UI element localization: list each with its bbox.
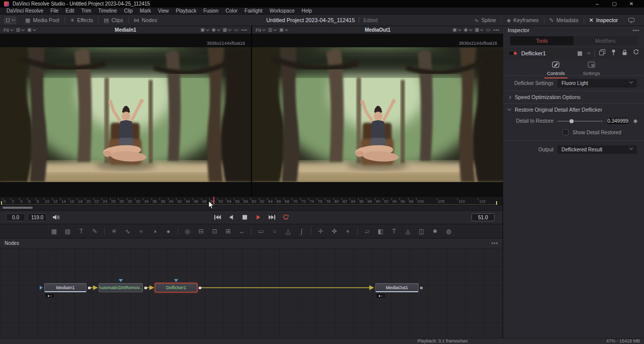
page-layout-toggle[interactable]	[4, 17, 16, 24]
node-output-knot[interactable]	[199, 287, 201, 289]
region-of-interest-icon[interactable]: ▭	[486, 28, 491, 32]
effects-button[interactable]: ✳Effects	[65, 15, 98, 26]
node-deflicker-1[interactable]: Deflicker1	[155, 283, 197, 292]
tracker-tool-icon[interactable]: ✛	[314, 228, 328, 234]
inspector-options-icon[interactable]: •••	[632, 28, 639, 33]
go-to-end-button[interactable]	[268, 214, 276, 220]
node-media-in-1[interactable]: MediaIn1	[44, 283, 87, 292]
mask-input-knot[interactable]	[174, 279, 178, 282]
deflicker-settings-dropdown[interactable]: Fluoro Light	[557, 79, 637, 88]
thumbnail-view-icon[interactable]: ▣	[27, 28, 36, 32]
go-to-start-button[interactable]	[214, 214, 221, 220]
playhead[interactable]	[213, 197, 214, 205]
color-corrector-tool-icon[interactable]: ✳	[107, 228, 121, 234]
menu-item-view[interactable]: View	[154, 8, 173, 14]
tab-modifiers[interactable]: Modifiers	[574, 36, 637, 45]
nodes-button[interactable]: ⋈Nodes	[129, 15, 162, 26]
macro-tool-icon[interactable]: ⊡	[208, 228, 221, 234]
guides-grid-icon[interactable]: ▦	[223, 28, 231, 32]
resize-tool-icon[interactable]: ↔	[235, 228, 249, 234]
fast-noise-tool-icon[interactable]: ▤	[61, 228, 74, 234]
output-dropdown[interactable]: Deflickered Result	[557, 145, 637, 154]
audio-mute-icon[interactable]	[52, 214, 60, 220]
pin-icon[interactable]	[610, 49, 617, 58]
menu-item-fairlight[interactable]: Fairlight	[241, 8, 266, 14]
current-frame-field[interactable]: 51.0	[471, 213, 495, 221]
menu-item-workspace[interactable]: Workspace	[266, 8, 298, 14]
viewer-left-canvas[interactable]: 3936x2144xfloat16	[0, 34, 251, 196]
menu-item-color[interactable]: Color	[222, 8, 241, 14]
reset-icon[interactable]	[632, 49, 639, 58]
versions-icon[interactable]	[599, 49, 606, 58]
merge-3d-tool-icon[interactable]: ◬	[401, 228, 415, 234]
maximize-button[interactable]: ▢	[606, 1, 623, 7]
zoom-fit-dropdown[interactable]: Fit	[256, 27, 265, 33]
renderer-3d-tool-icon[interactable]: ◍	[442, 228, 455, 234]
metadata-button[interactable]: ✎Metadata	[544, 15, 584, 26]
node-media-out-1[interactable]: MediaOut1	[375, 283, 419, 292]
timeline-zoom-scrollbar[interactable]	[3, 207, 33, 209]
node-output-knot[interactable]	[420, 287, 423, 289]
loop-button[interactable]	[282, 214, 289, 220]
detail-to-restore-slider[interactable]	[557, 121, 603, 122]
speed-optimization-section[interactable]: Speed Optimization Options	[503, 91, 644, 103]
keyframe-icon[interactable]	[633, 119, 637, 123]
menu-item-fusion[interactable]: Fusion	[200, 8, 222, 14]
lock-icon[interactable]	[621, 49, 628, 58]
restore-detail-section[interactable]: Restore Original Detail After Deflicker	[503, 103, 644, 116]
guides-grid-icon[interactable]: ▦	[475, 28, 484, 32]
mask-input-knot[interactable]	[119, 279, 123, 282]
text-plus-tool-icon[interactable]: T	[74, 228, 88, 234]
inspector-button[interactable]: ✕Inspector	[584, 15, 623, 26]
bspline-mask-tool-icon[interactable]: ∫	[295, 228, 308, 234]
clean-feed-monitor-icon[interactable]	[623, 15, 640, 26]
clips-button[interactable]: ▤Clips	[99, 15, 128, 26]
tab-tools[interactable]: Tools	[510, 36, 574, 45]
menu-item-edit[interactable]: Edit	[62, 8, 77, 14]
menu-item-timeline[interactable]: Timeline	[95, 8, 120, 14]
channel-booleans-tool-icon[interactable]: ⊟	[194, 228, 208, 234]
node-input-arrow[interactable]	[40, 286, 43, 290]
zoom-fit-dropdown[interactable]: Fit	[4, 27, 13, 33]
play-reverse-button[interactable]	[227, 214, 235, 220]
viewer-options-icon[interactable]: •••	[494, 28, 500, 33]
menu-item-davinci-resolve[interactable]: DaVinci Resolve	[3, 8, 47, 14]
play-forward-button[interactable]	[255, 214, 262, 220]
polygon-mask-tool-icon[interactable]: △	[281, 228, 295, 234]
nodes-panel-options-icon[interactable]: •••	[491, 240, 498, 246]
view-layout-icon[interactable]: ▥	[16, 28, 25, 32]
planar-tracker-tool-icon[interactable]: ✜	[328, 228, 341, 234]
stop-button[interactable]	[241, 214, 249, 220]
menu-item-clip[interactable]: Clip	[121, 8, 136, 14]
rectangle-mask-tool-icon[interactable]: ▭	[254, 228, 268, 234]
thumbnail-view-icon[interactable]: ▣	[279, 28, 288, 32]
brightness-contrast-tool-icon[interactable]: ◑	[148, 228, 162, 234]
view-layout-icon[interactable]: ▥	[268, 28, 277, 32]
menu-item-playback[interactable]: Playback	[173, 8, 200, 14]
viewer-right-canvas[interactable]: 3936x2144xfloat16	[252, 34, 503, 196]
node-output-knot[interactable]	[144, 287, 147, 289]
camera-3d-tool-icon[interactable]: ◫	[415, 228, 428, 234]
transform-tool-icon[interactable]: ⊞	[221, 228, 235, 234]
time-ruler[interactable]: 0246810121416182022242628303234363840424…	[0, 196, 503, 205]
range-start-field[interactable]: 0.0	[6, 213, 25, 221]
close-button[interactable]: ✕	[623, 1, 640, 7]
blur-tool-icon[interactable]: ●	[162, 228, 175, 234]
menu-item-file[interactable]: File	[47, 8, 62, 14]
range-end-field[interactable]: 119.0	[28, 213, 47, 221]
hue-curves-tool-icon[interactable]: ≈	[134, 228, 148, 234]
node-automatic-dirt-removal-1[interactable]: AutomaticDirtRemov...	[99, 283, 143, 292]
node-enable-toggle[interactable]	[508, 51, 518, 56]
paint-tool-icon[interactable]: ✎	[88, 228, 102, 234]
color-controls-icon[interactable]: ◉	[464, 28, 472, 32]
region-of-interest-icon[interactable]: ▭	[234, 28, 238, 32]
background-tool-icon[interactable]: ▦	[47, 228, 61, 234]
menu-item-mark[interactable]: Mark	[136, 8, 154, 14]
text-3d-tool-icon[interactable]: Ƭ	[387, 228, 401, 234]
color-controls-icon[interactable]: ◉	[212, 28, 220, 32]
color-curves-tool-icon[interactable]: ∿	[121, 228, 134, 234]
media-pool-button[interactable]: ▦Media Pool	[20, 15, 64, 26]
show-detail-restored-checkbox[interactable]	[562, 129, 569, 135]
detail-to-restore-value[interactable]: 0.349999	[607, 117, 629, 125]
node-output-knot[interactable]	[88, 287, 91, 289]
